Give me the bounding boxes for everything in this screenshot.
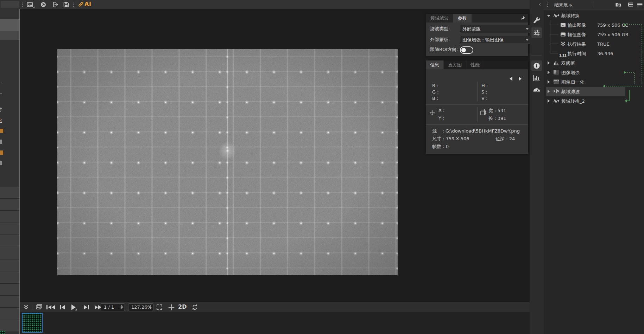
left-panel-row-highlighted[interactable] — [0, 19, 19, 31]
tree-item-output-image[interactable]: 输出图像 759 x 506 CC — [544, 20, 644, 30]
triangle — [62, 305, 65, 309]
add-group-button[interactable] — [615, 2, 621, 7]
truncated-item[interactable]: 一 — [0, 79, 2, 86]
size-row: 尺寸 : 759 X 506 — [432, 136, 469, 142]
ai-assistant-button[interactable]: AI — [78, 1, 91, 7]
truncated-item[interactable]: 一 — [0, 91, 2, 97]
truncated-item[interactable] — [0, 140, 2, 144]
tree-item-magnitude-image[interactable]: 幅值图像 759 x 506 GR — [544, 30, 644, 39]
caret-right-icon[interactable] — [548, 80, 550, 84]
divider — [426, 124, 528, 125]
tree-node-freq-filter[interactable]: 频域滤波 — [544, 87, 644, 96]
external-mask-select[interactable]: 图像增强：输出图像 — [460, 36, 531, 44]
fit-view-button[interactable] — [156, 302, 163, 312]
follow-roi-label: 跟随ROI方向: — [430, 46, 458, 53]
truncated-item[interactable] — [0, 161, 2, 165]
prev-page-arrow[interactable] — [510, 77, 512, 81]
tab-histogram[interactable]: 直方图 — [444, 60, 466, 69]
save-button[interactable] — [62, 1, 70, 8]
play-button[interactable] — [71, 302, 76, 312]
export-button[interactable] — [51, 1, 59, 8]
truncated-item[interactable]: 化 — [0, 117, 2, 124]
collapse-toolbar-button[interactable] — [24, 302, 29, 312]
playback-toolbar: 1 / 1 127.26% 2D — [20, 302, 530, 312]
divider — [477, 82, 478, 102]
roi-size-icon — [480, 109, 487, 116]
image-thumbnail[interactable] — [22, 313, 43, 333]
tree-item-exec-time[interactable]: 1.11 执行时间 36.936 — [544, 49, 644, 58]
caret-right-icon[interactable] — [548, 71, 550, 74]
source-value: : G:\download\5BHkMFZ8DwY.png — [438, 128, 520, 134]
image-enhance-icon — [553, 70, 559, 75]
settings-button[interactable] — [39, 1, 47, 8]
tree-view-button[interactable] — [627, 2, 633, 7]
adjust-params-button[interactable] — [531, 27, 542, 38]
size-label: 尺寸 : — [432, 136, 444, 141]
filter-type-select[interactable]: 外部蒙版 — [460, 25, 531, 33]
tab-node-name[interactable]: 频域滤波 — [426, 14, 453, 23]
tree-node-freq-transform[interactable]: 频域转换 — [544, 11, 644, 20]
tab-info[interactable]: 信息 — [426, 60, 444, 69]
triangle — [95, 305, 98, 309]
roi-width-label: 宽 : — [488, 108, 496, 113]
tree-node-freq-transform-2[interactable]: 频域转换_2 — [544, 96, 644, 106]
toolbar-quick-box[interactable] — [1, 1, 19, 8]
tree-item-label: 输出图像 — [568, 20, 586, 30]
panel-menu-button[interactable] — [637, 2, 643, 7]
tree-node-label: 频域转换 — [561, 11, 580, 20]
export-icon — [52, 1, 58, 8]
previous-frame-button[interactable] — [59, 302, 65, 312]
tree-node-label: 频域转换_2 — [561, 96, 585, 106]
external-mask-value: 图像增强：输出图像 — [462, 37, 504, 43]
caret-right-icon[interactable] — [548, 90, 550, 93]
follow-roi-toggle[interactable] — [460, 46, 473, 54]
tab-performance[interactable]: 性能 — [466, 60, 484, 69]
double-chevron-down-icon — [24, 304, 29, 310]
pin-panel-button[interactable] — [520, 16, 525, 21]
fft-spectrum-image[interactable] — [57, 49, 398, 275]
depth-label: 位深 : — [495, 136, 508, 141]
tree-node-image-enhance[interactable]: 图像增强 — [544, 68, 644, 77]
caret-right-icon[interactable] — [548, 99, 550, 103]
toolbar-separator-dots — [22, 2, 23, 7]
caret-down-icon[interactable] — [547, 15, 550, 17]
image-source-button[interactable] — [26, 1, 34, 8]
tree-node-dual-threshold[interactable]: 双阈值 — [544, 58, 644, 68]
caret-right-icon[interactable] — [548, 61, 550, 65]
performance-view-button[interactable] — [532, 86, 541, 94]
info-view-button[interactable] — [531, 60, 542, 71]
tools-button[interactable] — [532, 15, 541, 24]
truncated-item[interactable]: 射 — [0, 107, 2, 113]
skip-to-start-button[interactable] — [46, 302, 55, 312]
tree-item-value: 759 x 506 GR — [597, 30, 629, 39]
frames-value: 0 — [446, 144, 449, 149]
frame-number-input[interactable]: 1 / 1 — [101, 303, 125, 311]
image-list-button[interactable] — [36, 302, 43, 312]
loop-playback-button[interactable] — [191, 302, 198, 312]
histogram-view-button[interactable] — [532, 74, 541, 82]
image-icon — [560, 32, 566, 37]
next-page-arrow[interactable] — [519, 77, 522, 81]
zoom-level-input[interactable]: 127.26% — [128, 303, 153, 311]
pin-icon — [520, 16, 525, 21]
zoom-spinner[interactable] — [149, 305, 151, 309]
tab-parameters[interactable]: 参数 — [453, 14, 472, 23]
chevron-down-icon — [526, 28, 529, 30]
tree-item-exec-result[interactable]: 执行结果 TRUE — [544, 39, 644, 49]
triangle — [84, 305, 87, 309]
collapse-panel-icon[interactable]: ‹ — [539, 1, 541, 7]
truncated-item-orange[interactable] — [0, 129, 3, 133]
tree-node-image-normalize[interactable]: 图像归一化 — [544, 77, 644, 87]
truncated-item-orange[interactable] — [0, 150, 3, 155]
frame-number-value: 1 / 1 — [104, 304, 114, 310]
info-panel: 信息 直方图 性能 R : G : B : H : S : V : X : Y … — [426, 60, 528, 154]
left-panel-row[interactable] — [0, 31, 19, 40]
next-frame-button[interactable] — [84, 302, 89, 312]
center-view-button[interactable] — [168, 302, 175, 312]
frame-spinner[interactable] — [121, 305, 123, 309]
top-toolbar: AI — [0, 0, 530, 9]
view-mode-2d-button[interactable]: 2D — [178, 303, 187, 310]
hamburger-icon — [637, 2, 643, 7]
drag-handle-icon[interactable] — [547, 2, 548, 7]
left-panel-rows[interactable] — [0, 187, 19, 332]
